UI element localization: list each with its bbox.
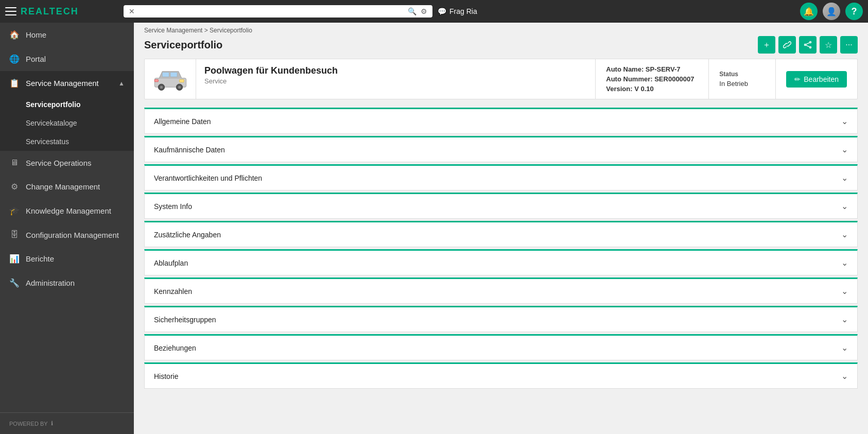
accordion-header-zusaetzliche-angaben[interactable]: Zusätzliche Angaben ⌄ [145,222,857,247]
accordion-header-kaufmaennische-daten[interactable]: Kaufmännische Daten ⌄ [145,137,857,162]
sidebar-item-configuration-management[interactable]: 🗄 Configuration Management [0,223,134,247]
search-bar[interactable]: ✕ 🔍 ⚙ [124,5,432,18]
version-label-s: Version: [606,85,632,93]
sidebar-item-knowledge-management-label: Knowledge Management [26,206,111,215]
chevron-down-icon: ⌄ [841,201,848,211]
logo: REALTECH [5,6,118,17]
svg-line-4 [806,45,810,47]
svg-point-2 [810,47,811,48]
svg-rect-13 [154,79,158,81]
sidebar-footer: POWERED BY ℹ [0,412,134,434]
help-icon: ? [852,6,857,17]
service-management-submenu: Serviceportfolio Servicekataloge Service… [0,95,134,151]
service-subtitle: Service [204,77,587,85]
search-input[interactable] [139,7,404,15]
chevron-down-icon: ⌄ [841,173,848,183]
breadcrumb-current: Serviceportfolio [210,27,252,34]
accordion-item-system-info: System Info ⌄ [144,193,858,219]
accordion-header-system-info[interactable]: System Info ⌄ [145,194,857,218]
auto-name-label-s: Auto Name: [606,65,644,73]
add-button[interactable]: ＋ [758,36,775,54]
accordion-header-beziehungen[interactable]: Beziehungen ⌄ [145,336,857,360]
sidebar-item-knowledge-management[interactable]: 🎓 Knowledge Management [0,199,134,223]
clear-search-icon[interactable]: ✕ [129,7,135,15]
accordion-label-kaufmaennische-daten: Kaufmännische Daten [154,146,225,154]
accordion-item-kennzahlen: Kennzahlen ⌄ [144,277,858,304]
accordion-label-historie: Historie [154,372,178,380]
avatar-image: 👤 [823,3,840,20]
accordion-label-allgemeine-daten: Allgemeine Daten [154,117,211,126]
edit-button[interactable]: ✏ Bearbeiten [786,71,847,88]
edit-button-label: Bearbeiten [804,75,839,83]
car-icon [152,66,188,92]
accordion-label-sicherheitsgruppen: Sicherheitsgruppen [154,316,216,324]
breadcrumb: Service Management > Serviceportfolio [144,27,252,34]
layout: 🏠 Home 🌐 Portal 📋 Service Management ▲ S… [0,23,868,434]
configuration-management-icon: 🗄 [9,230,20,239]
arrow-up-icon: ▲ [118,80,125,87]
svg-line-3 [806,43,810,44]
svg-point-9 [160,85,162,88]
svg-rect-7 [170,72,177,77]
info-icon[interactable]: ℹ [51,420,53,427]
user-avatar[interactable]: 👤 [823,3,840,20]
sidebar-subitem-servicestatus[interactable]: Servicestatus [0,132,134,151]
sidebar-item-berichte[interactable]: 📊 Berichte [0,247,134,271]
search-icon[interactable]: 🔍 [408,7,416,15]
svg-point-0 [810,42,811,43]
service-card: Poolwagen für Kundenbesuch Service Auto … [144,59,858,99]
accordion-item-allgemeine-daten: Allgemeine Daten ⌄ [144,108,858,134]
version-value-s: V 0.10 [634,85,654,93]
service-card-edit: ✏ Bearbeiten [775,59,857,99]
sidebar-subitem-serviceportfolio[interactable]: Serviceportfolio [0,95,134,114]
accordion-header-historie[interactable]: Historie ⌄ [145,364,857,388]
sidebar-subitem-servicekataloge[interactable]: Servicekataloge [0,114,134,132]
action-buttons: ＋ ☆ ··· [758,36,858,54]
sidebar-item-portal[interactable]: 🌐 Portal [0,47,134,71]
sidebar-item-service-operations[interactable]: 🖥 Service Operations [0,151,134,175]
accordion-label-verantwortlichkeiten: Verantwortlichkeiten und Pflichten [154,174,262,182]
service-card-image [145,59,196,99]
accordion-header-allgemeine-daten[interactable]: Allgemeine Daten ⌄ [145,109,857,133]
notifications-button[interactable]: 🔔 [800,3,818,20]
berichte-icon: 📊 [9,254,20,264]
pencil-icon: ✏ [794,75,801,83]
sidebar-item-berichte-label: Berichte [26,254,54,263]
accordion-header-sicherheitsgruppen[interactable]: Sicherheitsgruppen ⌄ [145,307,857,332]
change-management-icon: ⚙ [9,182,20,192]
frag-ria-button[interactable]: 💬 Frag Ria [438,7,477,15]
search-settings-icon[interactable]: ⚙ [421,7,427,15]
sidebar-item-configuration-management-label: Configuration Management [26,231,119,239]
accordion-item-historie: Historie ⌄ [144,362,858,389]
logo-text: REALTECH [21,6,79,17]
administration-icon: 🔧 [9,278,20,288]
svg-point-11 [178,85,180,88]
sidebar-item-service-operations-label: Service Operations [26,159,92,167]
chevron-down-icon: ⌄ [841,145,848,154]
sidebar-item-home[interactable]: 🏠 Home [0,23,134,47]
chevron-down-icon: ⌄ [841,286,848,296]
frag-ria-label: Frag Ria [449,7,477,15]
accordion-header-kennzahlen[interactable]: Kennzahlen ⌄ [145,279,857,303]
auto-nummer-label-s: Auto Nummer: [606,75,652,83]
topbar: REALTECH ✕ 🔍 ⚙ 💬 Frag Ria 🔔 👤 ? [0,0,868,23]
help-button[interactable]: ? [845,3,863,20]
svg-rect-6 [162,72,169,77]
sidebar-item-change-management-label: Change Management [26,182,100,191]
hamburger-menu[interactable] [5,7,16,15]
sidebar-item-service-management[interactable]: 📋 Service Management ▲ [0,71,134,95]
chevron-down-icon: ⌄ [841,116,848,126]
accordion-header-verantwortlichkeiten[interactable]: Verantwortlichkeiten und Pflichten ⌄ [145,166,857,190]
accordion-header-ablaufplan[interactable]: Ablaufplan ⌄ [145,251,857,275]
share-button[interactable] [799,36,817,54]
star-button[interactable]: ☆ [820,36,837,54]
sidebar-item-administration[interactable]: 🔧 Administration [0,271,134,295]
chat-icon: 💬 [438,7,446,15]
service-card-meta: Auto Name: SP-SERV-7 Auto Nummer: SER000… [595,59,708,99]
link-button[interactable] [778,36,796,54]
breadcrumb-parent[interactable]: Service Management [144,27,202,34]
sidebar-item-change-management[interactable]: ⚙ Change Management [0,175,134,199]
more-button[interactable]: ··· [840,36,858,54]
accordion-item-zusaetzliche-angaben: Zusätzliche Angaben ⌄ [144,221,858,247]
auto-nummer-value-s: SER0000007 [654,75,694,83]
